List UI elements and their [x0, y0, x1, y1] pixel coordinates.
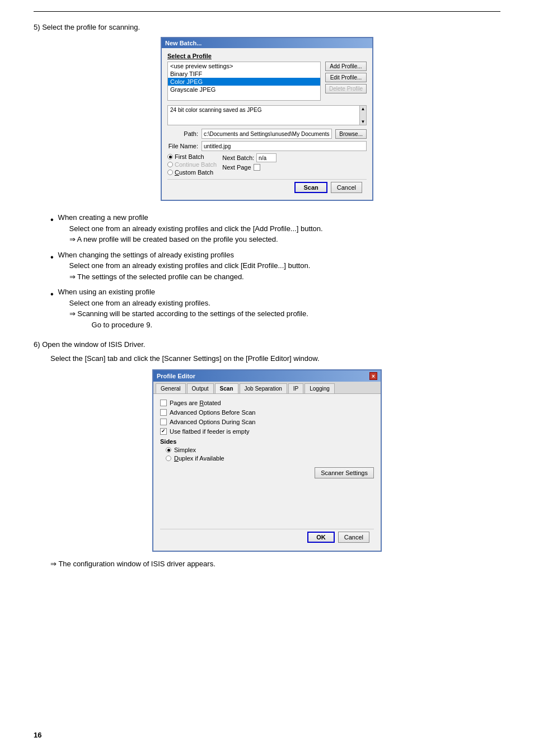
path-row: Path: Browse... — [167, 129, 367, 139]
use-flatbed-label: Use flatbed if feeder is empty — [170, 428, 249, 435]
continue-batch-row: Continue Batch — [167, 161, 217, 168]
bullet-content-1: When creating a new profile Select one f… — [58, 212, 323, 245]
delete-profile-button[interactable]: Delete Profile — [325, 84, 367, 93]
profile-editor-title-bar: Profile Editor × — [153, 370, 381, 382]
next-batch-row: Next Batch: — [222, 153, 277, 162]
scanner-settings-area: Scanner Settings — [160, 467, 374, 478]
bullet-content-3: When using an existing profile Select on… — [58, 287, 308, 330]
advanced-during-label: Advanced Options During Scan — [170, 419, 255, 425]
bullet-main-1: When creating a new profile — [58, 212, 323, 223]
new-batch-footer: Scan Cancel — [167, 179, 367, 195]
new-batch-content: Select a Profile <use preview settings> … — [162, 48, 372, 200]
next-batch-label: Next Batch: — [222, 154, 254, 161]
close-button[interactable]: × — [369, 372, 377, 380]
step5-label: 5) Select the profile for scanning. — [34, 23, 500, 31]
profile-editor-body: Pages are Rotated Advanced Options Befor… — [153, 394, 381, 551]
next-batch-input[interactable] — [256, 153, 277, 162]
bullet-sub2-2: ⇒ The settings of the selected profile c… — [69, 271, 311, 283]
profile-editor-title: Profile Editor — [157, 373, 195, 379]
scanner-settings-button[interactable]: Scanner Settings — [315, 467, 374, 478]
step6-label: 6) Open the window of ISIS Driver. — [34, 340, 500, 349]
browse-button[interactable]: Browse... — [335, 129, 367, 139]
next-page-row: Next Page — [222, 164, 277, 171]
tab-ip[interactable]: IP — [288, 383, 303, 393]
scroll-up-arrow: ▲ — [361, 106, 366, 111]
profile-list[interactable]: <use preview settings> Binary TIFF Color… — [167, 62, 321, 101]
tab-output[interactable]: Output — [187, 383, 214, 393]
tab-logging[interactable]: Logging — [305, 383, 335, 393]
profile-item-use-preview[interactable]: <use preview settings> — [168, 62, 320, 70]
next-page-label: Next Page — [222, 164, 251, 171]
duplex-row: Duplex if Available — [166, 455, 374, 462]
custom-batch-radio[interactable] — [167, 170, 173, 175]
continue-batch-radio[interactable] — [167, 162, 173, 167]
next-page-checkbox[interactable] — [254, 164, 260, 171]
simplex-label: Simplex — [174, 447, 196, 453]
bullet-item-2: • When changing the settings of already … — [50, 250, 500, 283]
first-batch-row: First Batch — [167, 153, 217, 160]
result-text: ⇒ The configuration window of ISIS drive… — [50, 560, 500, 568]
custom-u: C — [175, 169, 179, 176]
bullet-sub1-3: Select one from an already existing prof… — [69, 298, 308, 309]
empty-space — [160, 484, 374, 529]
step6-container: 6) Open the window of ISIS Driver. Selec… — [34, 340, 500, 568]
path-input[interactable] — [202, 129, 332, 139]
bullet-content-2: When changing the settings of already ex… — [58, 250, 311, 283]
ok-button[interactable]: OK — [307, 532, 335, 543]
profile-item-color-jpeg[interactable]: Color JPEG — [168, 78, 320, 86]
description-box: 24 bit color scanning saved as JPEG ▲ ▼ — [167, 105, 367, 125]
simplex-radio[interactable] — [166, 447, 171, 453]
bullet-dot-1: • — [50, 213, 54, 245]
profile-item-binary-tiff[interactable]: Binary TIFF — [168, 70, 320, 78]
custom-batch-label: Custom Batch — [175, 169, 213, 176]
use-flatbed-checkbox[interactable]: ✓ — [160, 428, 167, 435]
batch-radio-group: First Batch Continue Batch Custom Batch — [167, 153, 217, 176]
select-profile-label: Select a Profile — [167, 53, 367, 59]
use-flatbed-row: ✓ Use flatbed if feeder is empty — [160, 428, 374, 435]
continue-batch-label: Continue Batch — [175, 161, 217, 168]
cancel-button[interactable]: Cancel — [331, 182, 362, 193]
batch-right: Next Batch: Next Page — [222, 153, 277, 176]
pages-rotated-label: Pages are Rotated — [170, 400, 221, 406]
profile-editor-tabs: General Output Scan Job Separation IP Lo… — [153, 382, 381, 394]
simplex-row: Simplex — [166, 447, 374, 453]
top-rule — [34, 11, 500, 12]
advanced-before-row: Advanced Options Before Scan — [160, 409, 374, 416]
profile-editor-footer: OK Cancel — [160, 529, 374, 545]
scroll-down-arrow: ▼ — [361, 119, 366, 124]
tab-scan[interactable]: Scan — [215, 383, 238, 393]
filename-input[interactable] — [202, 141, 367, 151]
bullet-sub1-2: Select one from an already existing prof… — [69, 260, 311, 271]
bullet-main-2: When changing the settings of already ex… — [58, 250, 311, 261]
first-batch-label: First Batch — [175, 153, 204, 160]
filename-row: File Name: — [167, 141, 367, 151]
sides-label: Sides — [160, 438, 374, 445]
duplex-label: Duplex if Available — [174, 455, 224, 462]
profile-editor-dialog: Profile Editor × General Output Scan Job… — [152, 369, 382, 552]
bullet-sub2-1: ⇒ A new profile will be created based on… — [69, 234, 323, 245]
duplex-radio[interactable] — [166, 456, 171, 461]
bullet-section: • When creating a new profile Select one… — [50, 212, 500, 330]
profile-list-area: <use preview settings> Binary TIFF Color… — [167, 62, 367, 101]
bullet-sub1-1: Select one from an already existing prof… — [69, 223, 323, 234]
advanced-before-checkbox[interactable] — [160, 409, 167, 416]
tab-job-separation[interactable]: Job Separation — [240, 383, 287, 393]
profile-item-grayscale-jpeg[interactable]: Grayscale JPEG — [168, 86, 320, 93]
advanced-during-row: Advanced Options During Scan — [160, 419, 374, 425]
bullet-item-3: • When using an existing profile Select … — [50, 287, 500, 330]
advanced-during-checkbox[interactable] — [160, 419, 167, 425]
scan-button[interactable]: Scan — [294, 182, 327, 193]
pe-cancel-button[interactable]: Cancel — [338, 532, 369, 543]
first-batch-radio[interactable] — [167, 154, 173, 159]
profile-buttons: Add Profile... Edit Profile... Delete Pr… — [325, 62, 367, 101]
custom-batch-row: Custom Batch — [167, 169, 217, 176]
add-profile-button[interactable]: Add Profile... — [325, 62, 367, 71]
tab-general[interactable]: General — [156, 383, 186, 393]
filename-label: File Name: — [167, 143, 198, 149]
pages-rotated-checkbox[interactable] — [160, 400, 167, 406]
path-label: Path: — [167, 130, 198, 137]
bullet-item-1: • When creating a new profile Select one… — [50, 212, 500, 245]
description-scrollbar[interactable]: ▲ ▼ — [359, 106, 366, 125]
advanced-before-label: Advanced Options Before Scan — [170, 409, 255, 416]
edit-profile-button[interactable]: Edit Profile... — [325, 73, 367, 82]
